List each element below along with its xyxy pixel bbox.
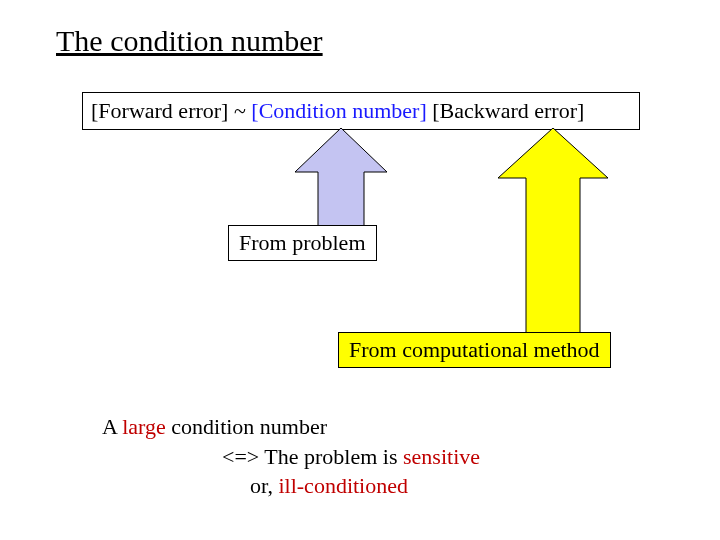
word-ill-conditioned: ill-conditioned: [278, 473, 408, 498]
svg-marker-0: [295, 128, 387, 228]
text: <=> The problem is: [222, 444, 403, 469]
text: condition number: [166, 414, 327, 439]
forward-error-term: [Forward error]: [91, 98, 228, 123]
slide: The condition number [Forward error] ~ […: [0, 0, 720, 540]
arrow-up-yellow: [498, 128, 608, 334]
tilde: ~: [228, 98, 251, 123]
conclusion-line1: A large condition number: [102, 414, 327, 439]
from-method-box: From computational method: [338, 332, 611, 368]
equation-box: [Forward error] ~ [Condition number] [Ba…: [82, 92, 640, 130]
conclusion-line3: or, ill-conditioned: [102, 471, 480, 501]
arrow-up-purple: [295, 128, 387, 228]
from-method-label: From computational method: [349, 337, 600, 362]
arrow-up-icon: [498, 128, 608, 334]
from-problem-label: From problem: [239, 230, 366, 255]
conclusion-line2: <=> The problem is sensitive: [102, 442, 480, 472]
arrow-up-icon: [295, 128, 387, 228]
word-sensitive: sensitive: [403, 444, 480, 469]
text: or,: [250, 473, 278, 498]
from-problem-box: From problem: [228, 225, 377, 261]
condition-number-term: [Condition number]: [251, 98, 426, 123]
word-large: large: [122, 414, 166, 439]
svg-marker-1: [498, 128, 608, 334]
text: A: [102, 414, 122, 439]
page-title: The condition number: [56, 24, 323, 58]
conclusion-text: A large condition number <=> The problem…: [102, 412, 480, 501]
backward-error-term: [Backward error]: [432, 98, 584, 123]
